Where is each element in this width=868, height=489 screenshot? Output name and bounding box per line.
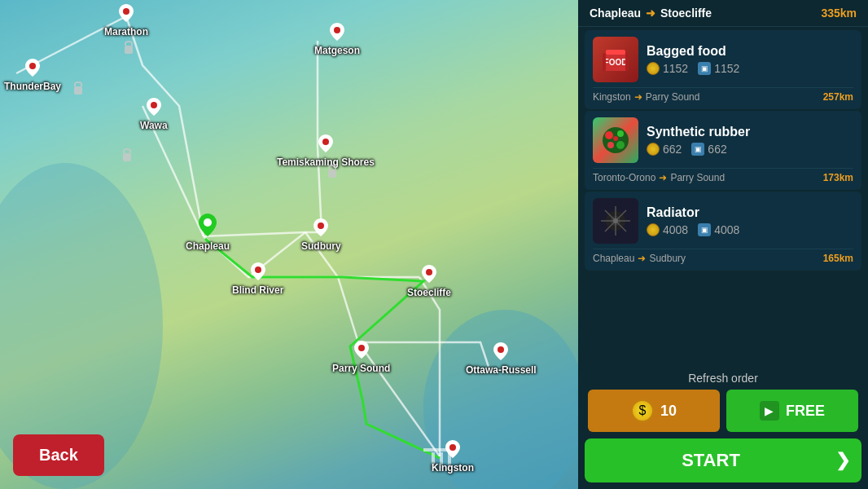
city-ottawa-russell: Ottawa-Russell (466, 342, 537, 376)
order-route-text-2: Toronto-Orono ➜ Parry Sound (593, 172, 725, 183)
box-icon-2: ▣ (691, 143, 704, 156)
order-route-2: Toronto-Orono ➜ Parry Sound 173km (593, 168, 853, 183)
svg-point-20 (498, 346, 504, 353)
svg-point-13 (322, 139, 329, 145)
coin-icon-2 (647, 143, 660, 156)
route-arrow-small-2: ➜ (659, 172, 667, 183)
start-label: START (596, 450, 826, 471)
refresh-free-button[interactable]: ▶ FREE (726, 390, 858, 432)
svg-point-15 (204, 218, 212, 227)
side-panel: Chapleau ➜ Stoecliffe 335km FOOD (578, 0, 868, 489)
play-icon: ▶ (760, 401, 779, 421)
svg-point-18 (426, 269, 432, 275)
order-prices-1: 1152 ▣ 1152 (647, 62, 853, 75)
route-arrow-icon: ➜ (646, 7, 655, 20)
box-icon-1: ▣ (698, 62, 711, 75)
back-button[interactable]: Back (13, 434, 104, 476)
svg-rect-11 (123, 153, 131, 161)
order-route-text-1: Kingston ➜ Parry Sound (593, 91, 699, 103)
svg-point-31 (616, 141, 625, 149)
svg-point-6 (29, 63, 36, 69)
route-arrow-small-1: ➜ (634, 91, 642, 103)
route-from: Chapleau (590, 7, 641, 20)
lock-4 (326, 163, 339, 181)
order-card-3[interactable]: Radiator 4008 ▣ 4008 Chaple (585, 192, 861, 271)
lock-3 (121, 147, 134, 165)
order-name-3: Radiator (647, 205, 853, 220)
city-stoecliffe: Stoecliffe (407, 265, 451, 298)
start-chevron-icon: ❯ (835, 450, 850, 471)
coin-icon-3 (647, 223, 660, 236)
map-area: ThunderBay Marathon Wawa Matgeson (0, 0, 578, 489)
route-to: Stoecliffe (660, 7, 712, 20)
city-wawa: Wawa (140, 98, 168, 131)
coins-cost: 10 (660, 403, 677, 420)
lock-1 (72, 80, 85, 98)
svg-rect-9 (125, 46, 133, 54)
order-distance-2: 173km (823, 172, 853, 183)
route-distance: 335km (821, 7, 857, 20)
svg-rect-25 (603, 53, 606, 71)
order-card-2[interactable]: Synthetic rubber 662 ▣ 662 (585, 111, 861, 190)
order-details-3: Radiator 4008 ▣ 4008 (647, 205, 853, 236)
order-card-1[interactable]: FOOD Bagged food 1152 ▣ 1152 (585, 30, 861, 109)
city-blind-river: Blind River (232, 262, 283, 296)
order-details-2: Synthetic rubber 662 ▣ 662 (647, 125, 853, 156)
svg-point-32 (613, 136, 618, 141)
svg-point-29 (617, 130, 624, 137)
route-arrow-small-3: ➜ (638, 253, 646, 264)
city-parry-sound: Parry Sound (332, 341, 390, 374)
sell-price-1: 1152 (647, 62, 688, 75)
order-distance-1: 257km (823, 91, 853, 103)
start-button[interactable]: START ❯ (585, 438, 861, 482)
order-details-1: Bagged food 1152 ▣ 1152 (647, 44, 853, 75)
map-routes (0, 0, 578, 489)
svg-point-10 (151, 102, 157, 108)
svg-point-21 (449, 444, 456, 451)
refresh-coins-button[interactable]: $ 10 (588, 390, 720, 432)
coin-icon-1 (647, 62, 660, 75)
box-icon-3: ▣ (698, 223, 711, 236)
order-distance-3: 165km (823, 253, 853, 264)
svg-point-30 (607, 142, 614, 148)
sell-price-3: 4008 (647, 223, 688, 236)
order-image-rubber (593, 117, 638, 163)
sell-price-2: 662 (647, 143, 682, 156)
city-thunderbay: ThunderBay (4, 59, 61, 92)
city-kingston: Kingston (432, 440, 474, 474)
svg-rect-14 (328, 170, 336, 178)
svg-rect-26 (625, 53, 629, 71)
city-sudbury: Sudbury (301, 218, 341, 252)
order-route-3: Chapleau ➜ Sudbury 165km (593, 249, 853, 264)
svg-rect-7 (74, 86, 82, 95)
city-chapleau: Chapleau (186, 214, 230, 252)
svg-point-19 (358, 345, 365, 351)
order-prices-3: 4008 ▣ 4008 (647, 223, 853, 236)
order-name-1: Bagged food (647, 44, 853, 59)
svg-point-12 (334, 27, 340, 33)
quantity-1: ▣ 1152 (698, 62, 739, 75)
svg-point-17 (255, 267, 261, 273)
order-prices-2: 662 ▣ 662 (647, 143, 853, 156)
route-info: Chapleau ➜ Stoecliffe (590, 7, 712, 20)
order-image-food: FOOD (593, 37, 638, 82)
svg-text:FOOD: FOOD (604, 58, 628, 67)
svg-point-28 (605, 131, 613, 139)
free-label: FREE (786, 403, 825, 420)
quantity-3: ▣ 4008 (698, 223, 739, 236)
coin-icon-large: $ (631, 399, 654, 422)
order-name-2: Synthetic rubber (647, 125, 853, 139)
lock-2 (122, 39, 135, 57)
svg-rect-23 (606, 50, 625, 55)
svg-point-8 (123, 8, 129, 15)
refresh-buttons: $ 10 ▶ FREE (588, 390, 858, 432)
order-route-1: Kingston ➜ Parry Sound 257km (593, 87, 853, 103)
city-marathon: Marathon (104, 4, 148, 37)
order-route-text-3: Chapleau ➜ Sudbury (593, 253, 686, 264)
order-image-radiator (593, 198, 638, 244)
orders-list: FOOD Bagged food 1152 ▣ 1152 (578, 27, 868, 367)
quantity-2: ▣ 662 (691, 143, 726, 156)
order-top-2: Synthetic rubber 662 ▣ 662 (593, 117, 853, 163)
city-matgeson: Matgeson (314, 23, 360, 56)
route-header: Chapleau ➜ Stoecliffe 335km (578, 0, 868, 27)
